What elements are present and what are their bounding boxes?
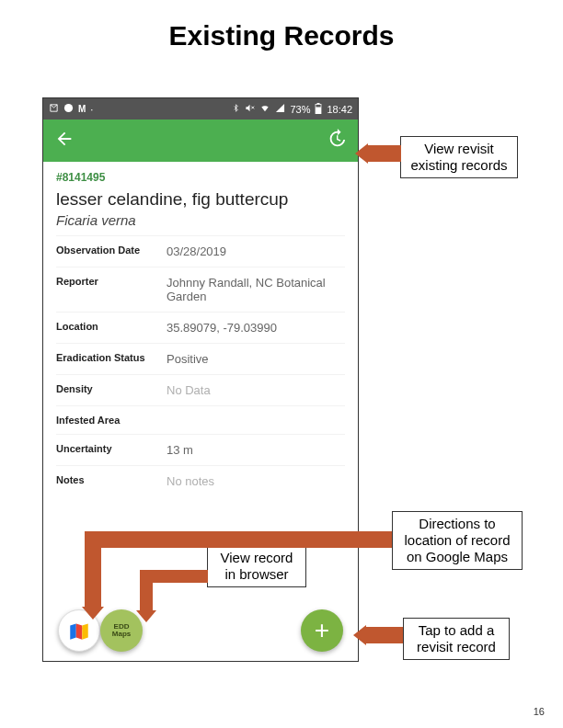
back-icon[interactable] [54, 129, 75, 153]
page-number: 16 [534, 706, 545, 717]
arrow-head-icon [353, 625, 366, 645]
bluetooth-icon [232, 103, 240, 115]
callout-browser: View record in browser [207, 545, 306, 587]
field-label: Density [56, 383, 167, 397]
common-name: lesser celandine, fig buttercup [56, 189, 345, 210]
field-value [167, 415, 345, 426]
status-bar: M · 73% 18:42 [43, 98, 358, 119]
field-label: Reporter [56, 276, 167, 303]
field-value: 13 m [167, 443, 345, 457]
edd-label: EDD Maps [112, 623, 131, 638]
messenger-icon [63, 103, 74, 115]
record-body: #8141495 lesser celandine, fig buttercup… [43, 162, 358, 496]
field-value: Positive [167, 352, 345, 366]
callout-add: Tap to add a revisit record [403, 618, 510, 660]
svg-point-0 [64, 104, 73, 112]
arrow-head-icon [82, 607, 104, 620]
clock: 18:42 [327, 104, 352, 115]
plus-icon: + [315, 616, 329, 645]
field-label: Infested Area [56, 415, 167, 426]
add-revisit-button[interactable]: + [301, 609, 343, 652]
field-row: Location 35.89079, -79.03990 [56, 312, 345, 343]
field-label: Observation Date [56, 245, 167, 258]
svg-rect-5 [316, 107, 321, 114]
callout-directions: Directions to location of record on Goog… [392, 511, 523, 570]
field-row: Density No Data [56, 374, 345, 405]
field-value: Johnny Randall, NC Botanical Garden [167, 276, 345, 303]
scientific-name: Ficaria verna [56, 212, 345, 228]
record-id: #8141495 [56, 171, 345, 184]
mail-icon [49, 103, 59, 115]
wifi-icon [259, 103, 270, 115]
battery-pct: 73% [290, 104, 310, 115]
arrow [366, 145, 401, 162]
field-row: Infested Area [56, 405, 345, 434]
gmail-icon: M [78, 104, 86, 114]
page-title: Existing Records [0, 20, 563, 51]
history-icon[interactable] [327, 129, 347, 153]
field-value: 03/28/2019 [167, 245, 345, 258]
mute-icon [245, 103, 255, 115]
field-row: Notes No notes [56, 465, 345, 496]
arrow-head-icon [355, 143, 368, 164]
arrow-head-icon [136, 610, 156, 622]
svg-point-6 [76, 626, 83, 632]
battery-icon [315, 103, 322, 116]
field-row: Reporter Johnny Randall, NC Botanical Ga… [56, 267, 345, 312]
arrow [85, 531, 392, 548]
field-value: No Data [167, 383, 345, 397]
field-value: No notes [167, 474, 345, 488]
arrow [140, 570, 153, 612]
dot-icon: · [90, 104, 93, 115]
signal-icon [275, 103, 285, 115]
field-row: Observation Date 03/28/2019 [56, 235, 345, 267]
field-label: Notes [56, 474, 167, 488]
callout-revisit: View revisit existing records [400, 136, 518, 178]
field-value: 35.89079, -79.03990 [167, 321, 345, 335]
field-label: Eradication Status [56, 352, 167, 366]
field-row: Uncertainty 13 m [56, 434, 345, 465]
arrow [364, 627, 403, 643]
field-label: Uncertainty [56, 443, 167, 457]
field-row: Eradication Status Positive [56, 343, 345, 374]
field-label: Location [56, 321, 167, 335]
app-bar [43, 119, 358, 162]
arrow [85, 531, 101, 609]
